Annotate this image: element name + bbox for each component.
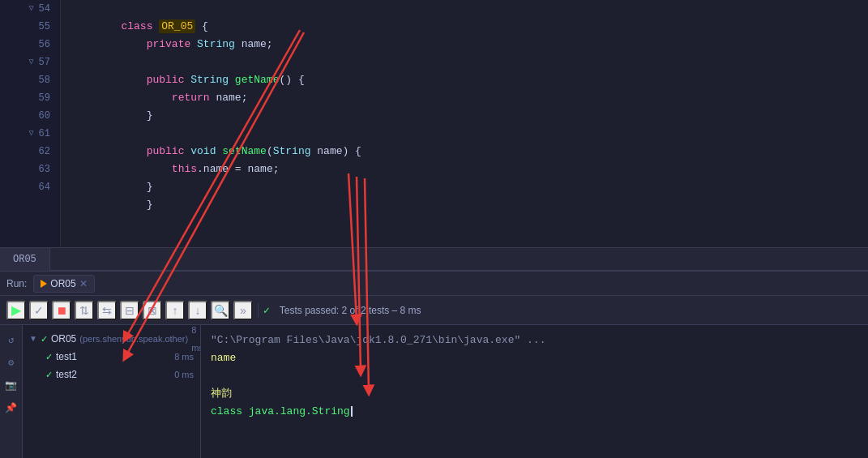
- tree-root-check-icon: ✓: [41, 330, 48, 348]
- line-59: 59: [0, 89, 53, 107]
- line-62: 62: [0, 143, 53, 161]
- filter-button[interactable]: ⊟: [120, 301, 139, 320]
- linenum-56: 56: [39, 36, 50, 54]
- line-61: ▽ 61: [0, 125, 53, 143]
- linenum-64: 64: [39, 178, 50, 196]
- tree-root[interactable]: ▼ ✓ OR05 (pers.shenyun.speak.other) 8 ms: [23, 330, 200, 348]
- run-tab-icon: [41, 280, 47, 288]
- run-tab-close-icon[interactable]: ✕: [79, 278, 88, 289]
- tree-root-pkg: (pers.shenyun.speak.other): [79, 330, 188, 348]
- stop-button[interactable]: ⏹: [52, 301, 71, 320]
- test-status: Tests passed: 2 of 2 tests – 8 ms: [280, 305, 421, 316]
- fold-icon-54[interactable]: ▽: [29, 0, 34, 18]
- tree-expand-icon[interactable]: ▼: [29, 330, 37, 348]
- run-left-icons: ↺ ⚙ 📷 📌: [0, 325, 23, 458]
- code-line-54: class OR_05 {: [61, 0, 868, 18]
- check-button[interactable]: ✓: [29, 301, 49, 320]
- run-tree: ▼ ✓ OR05 (pers.shenyun.speak.other) 8 ms…: [23, 325, 201, 458]
- linenum-61: 61: [39, 125, 50, 143]
- run-label: Run:: [6, 278, 27, 289]
- linenum-60: 60: [39, 107, 50, 125]
- linenum-54: 54: [39, 0, 50, 18]
- linenum-59: 59: [39, 89, 50, 107]
- line-56: 56: [0, 36, 53, 54]
- up-button[interactable]: ↑: [165, 301, 185, 320]
- output-class-line: class java.lang.String: [211, 403, 858, 421]
- linenum-58: 58: [39, 71, 50, 89]
- output-empty-1: [211, 367, 858, 385]
- camera-icon[interactable]: 📷: [3, 377, 19, 393]
- run-toolbar: ▶ ✓ ⏹ ⇅ ⇆ ⊟ ⊠ ↑ ↓ 🔍 » ✓ Tests passed: 2 …: [0, 296, 868, 325]
- editor-tab-bar: OR05: [0, 247, 868, 270]
- editor-tab-or05[interactable]: OR05: [0, 248, 50, 271]
- code-line-57: public String getName() {: [61, 54, 868, 71]
- status-check-icon: ✓: [263, 304, 270, 317]
- output-name-label: name: [211, 349, 858, 367]
- tree-test2-name: test2: [56, 366, 77, 383]
- editor-area: ▽ 54 55 56 ▽ 57 58 59 60 ▽: [0, 0, 868, 247]
- toolbar-separator: [258, 303, 259, 318]
- line-55: 55: [0, 18, 53, 36]
- search-button[interactable]: 🔍: [211, 301, 230, 320]
- run-content: ↺ ⚙ 📷 📌 ▼ ✓ OR05 (pers.shenyun.speak.oth…: [0, 325, 868, 458]
- tree-test2-check-icon: ✓: [45, 366, 53, 383]
- run-output: "C:\Program Files\Java\jdk1.8.0_271\bin\…: [201, 325, 868, 458]
- fold-icon-61[interactable]: ▽: [29, 125, 34, 143]
- filter2-button[interactable]: ⊠: [143, 301, 162, 320]
- run-tab-bar: Run: OR05 ✕: [0, 272, 868, 296]
- line-54: ▽ 54: [0, 0, 53, 18]
- linenum-62: 62: [39, 143, 50, 161]
- tree-test1-name: test1: [56, 348, 77, 366]
- more-button[interactable]: »: [233, 301, 253, 320]
- linenum-57: 57: [39, 54, 50, 71]
- play-button[interactable]: ▶: [6, 301, 26, 320]
- line-gutter: ▽ 54 55 56 ▽ 57 58 59 60 ▽: [0, 0, 61, 247]
- sort-asc-button[interactable]: ⇅: [75, 301, 94, 320]
- code-line-61: public void setName(String name) {: [61, 125, 868, 143]
- line-64: 64: [0, 178, 53, 196]
- tree-root-name: OR05: [51, 330, 76, 348]
- tree-test1[interactable]: ✓ test1 8 ms: [23, 348, 200, 366]
- tree-test2-time: 0 ms: [174, 366, 200, 383]
- settings-icon[interactable]: ⚙: [3, 354, 19, 370]
- code-content[interactable]: class OR_05 { private String name; publi…: [61, 0, 868, 247]
- run-panel: Run: OR05 ✕ ▶ ✓ ⏹ ⇅ ⇆ ⊟ ⊠ ↑ ↓ 🔍 » ✓ Test…: [0, 270, 868, 458]
- tree-test1-time: 8 ms: [174, 348, 200, 366]
- output-cmd-line: "C:\Program Files\Java\jdk1.8.0_271\bin\…: [211, 332, 858, 349]
- code-line-60: [61, 107, 868, 125]
- tree-test1-check-icon: ✓: [45, 348, 53, 366]
- output-chinese-value: 神韵: [211, 385, 858, 403]
- line-58: 58: [0, 71, 53, 89]
- run-tab-name: OR05: [50, 278, 75, 289]
- tree-test2[interactable]: ✓ test2 0 ms: [23, 366, 200, 383]
- run-tab-or05[interactable]: OR05 ✕: [33, 275, 94, 293]
- fold-icon-57[interactable]: ▽: [29, 54, 34, 71]
- linenum-55: 55: [39, 18, 50, 36]
- cursor: [351, 406, 353, 417]
- pin-icon[interactable]: 📌: [3, 400, 19, 416]
- rerun-icon[interactable]: ↺: [3, 332, 19, 348]
- linenum-63: 63: [39, 161, 50, 178]
- code-line-64: }: [61, 178, 868, 196]
- down-button[interactable]: ↓: [188, 301, 207, 320]
- sort-desc-button[interactable]: ⇆: [97, 301, 117, 320]
- line-60: 60: [0, 107, 53, 125]
- line-63: 63: [0, 161, 53, 178]
- line-57: ▽ 57: [0, 54, 53, 71]
